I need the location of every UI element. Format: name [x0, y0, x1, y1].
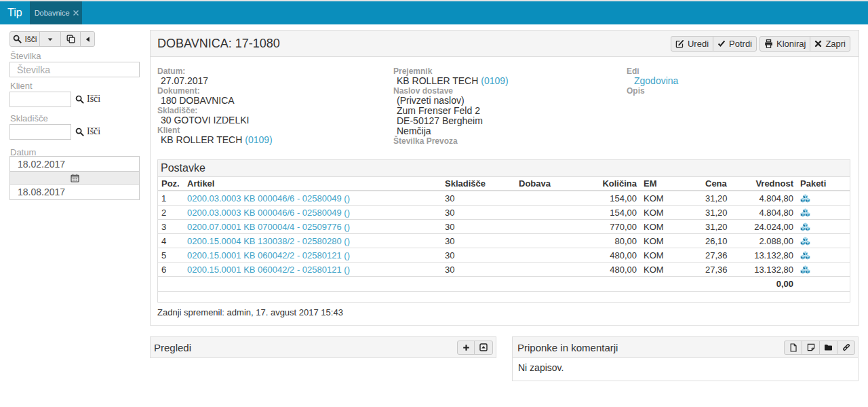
kloniraj-button[interactable]: Kloniraj — [760, 36, 810, 52]
klient-doc-label: Klient — [157, 125, 388, 135]
folder-button[interactable] — [819, 341, 837, 355]
zgodovina-link[interactable]: Zgodovina — [634, 75, 678, 86]
datum-doc-label: Datum: — [157, 66, 388, 76]
item-paketi-link[interactable] — [800, 194, 846, 203]
skladisce-search-link[interactable]: Išči — [75, 126, 100, 137]
dropdown-caret-button[interactable] — [39, 31, 61, 47]
item-cena: 26,10 — [702, 234, 728, 248]
app-brand[interactable]: Tip — [0, 1, 30, 24]
item-kolicina: 80,00 — [597, 234, 640, 248]
search-icon — [75, 95, 84, 104]
item-poz: 3 — [158, 220, 184, 234]
items-total-row: 0,00 — [158, 277, 850, 292]
plus-icon — [462, 344, 470, 351]
item-cena: 31,20 — [702, 220, 728, 234]
item-artikel-link[interactable]: 0200.15.0004 KB 130038/2 - 02580280 () — [187, 236, 350, 246]
item-paketi — [797, 206, 850, 220]
item-paketi-link[interactable] — [800, 222, 846, 231]
tab-close-icon[interactable] — [73, 9, 79, 16]
prejemnik-name: KB ROLLER TECH — [397, 75, 481, 86]
item-artikel-link[interactable]: 0200.03.0003 KB 000046/6 - 02580049 () — [187, 193, 350, 204]
item-paketi — [797, 220, 850, 234]
uredi-label: Uredi — [688, 39, 709, 49]
item-em: KOM — [640, 234, 702, 248]
item-dobava — [515, 263, 597, 277]
item-row: 40200.15.0004 KB 130038/2 - 02580280 ()3… — [158, 234, 850, 248]
col-cena: Cena — [702, 177, 728, 191]
items-empty-row — [158, 292, 850, 302]
item-row: 30200.07.0001 KB 070004/4 - 02509776 ()3… — [158, 220, 850, 234]
item-artikel-link[interactable]: 0200.03.0003 KB 000046/6 - 02580049 () — [187, 208, 350, 218]
item-artikel: 0200.15.0001 KB 060042/2 - 02580121 () — [184, 248, 441, 263]
caret-square-up-button[interactable] — [474, 341, 493, 355]
item-poz: 6 — [158, 263, 184, 277]
uredi-button[interactable]: Uredi — [671, 36, 713, 52]
item-paketi-link[interactable] — [800, 237, 846, 246]
file-button[interactable] — [784, 341, 802, 355]
items-header-row: Poz. Artikel Skladišče Dobava Količina E… — [158, 177, 850, 191]
collapse-left-button[interactable] — [80, 31, 95, 47]
potrdi-label: Potrdi — [729, 39, 752, 49]
klient-code-link[interactable]: (0109) — [245, 134, 272, 145]
caret-square-up-icon — [479, 343, 488, 351]
note-button[interactable] — [802, 341, 820, 355]
prevoz-label: Številka Prevoza — [393, 136, 621, 146]
item-cena: 31,20 — [702, 206, 728, 220]
cubes-icon — [800, 265, 810, 274]
document-details: Datum: 27.07.2017 Dokument: 180 DOBAVNIC… — [157, 66, 850, 159]
item-artikel-link[interactable]: 0200.15.0001 KB 060042/2 - 02580121 () — [187, 250, 350, 260]
item-poz: 2 — [158, 206, 184, 220]
link-button[interactable] — [837, 341, 855, 355]
pregledi-panel: Pregledi — [150, 336, 496, 358]
clone-button[interactable] — [60, 31, 81, 47]
zapri-button[interactable]: Zapri — [810, 36, 850, 52]
zapri-label: Zapri — [825, 39, 846, 49]
details-column-2: Prejemnik KB ROLLER TECH (0109) Naslov d… — [393, 66, 621, 146]
item-artikel-link[interactable]: 0200.07.0001 KB 070004/4 - 02509776 () — [187, 222, 350, 232]
item-em: KOM — [640, 220, 702, 234]
date-from-input[interactable] — [10, 157, 139, 171]
item-skladisce: 30 — [441, 220, 515, 234]
item-paketi — [797, 263, 850, 277]
klient-label: Klient — [10, 81, 33, 91]
prejemnik-code-link[interactable]: (0109) — [481, 75, 508, 86]
document-panel: DOBAVNICA: 17-1080 Uredi Potrd — [150, 30, 859, 326]
details-column-1: Datum: 27.07.2017 Dokument: 180 DOBAVNIC… — [157, 66, 388, 145]
filter-sidebar: Išči Številka Klient — [9, 31, 140, 208]
naslov-line-3: DE-50127 Bergheim — [393, 116, 621, 126]
document-panel-body: Datum: 27.07.2017 Dokument: 180 DOBAVNIC… — [151, 57, 859, 326]
skladisce-input[interactable] — [9, 124, 71, 140]
total-vrednost: 0,00 — [728, 277, 797, 292]
search-button[interactable]: Išči — [9, 31, 40, 47]
item-paketi-link[interactable] — [800, 208, 846, 217]
item-artikel-link[interactable]: 0200.15.0001 KB 060042/2 - 02580121 () — [187, 265, 350, 275]
stevilka-input[interactable] — [9, 62, 140, 77]
date-picker-button[interactable] — [10, 171, 139, 185]
item-poz: 4 — [158, 234, 184, 248]
tab-label: Dobavnice — [35, 9, 70, 17]
pregledi-title: Pregledi — [154, 342, 191, 353]
klient-input[interactable] — [9, 92, 71, 107]
item-artikel: 0200.03.0003 KB 000046/6 - 02580049 () — [184, 191, 441, 206]
clone-icon — [66, 35, 75, 43]
link-icon — [842, 343, 850, 351]
sidebar-toolbar: Išči — [9, 31, 95, 47]
items-panel-title: Postavke — [158, 160, 850, 177]
tab-dobavnice[interactable]: Dobavnice — [30, 1, 82, 24]
item-paketi-link[interactable] — [800, 251, 846, 260]
col-artikel: Artikel — [184, 177, 441, 191]
naslov-label: Naslov dostave — [393, 86, 621, 96]
item-skladisce: 30 — [441, 234, 515, 248]
item-em: KOM — [640, 263, 702, 277]
item-kolicina: 770,00 — [597, 220, 640, 234]
item-paketi-link[interactable] — [800, 265, 846, 274]
item-vrednost: 24.024,00 — [728, 220, 797, 234]
klient-search-link[interactable]: Išči — [75, 94, 100, 104]
add-button[interactable] — [457, 341, 475, 355]
priponke-body: Ni zapisov. — [513, 358, 858, 378]
naslov-line-2: Zum Frenser Feld 2 — [393, 106, 621, 116]
potrdi-button[interactable]: Potrdi — [713, 36, 757, 52]
date-to-input[interactable] — [10, 185, 139, 199]
edit-icon — [675, 39, 684, 48]
search-button-label: Išči — [25, 35, 37, 44]
